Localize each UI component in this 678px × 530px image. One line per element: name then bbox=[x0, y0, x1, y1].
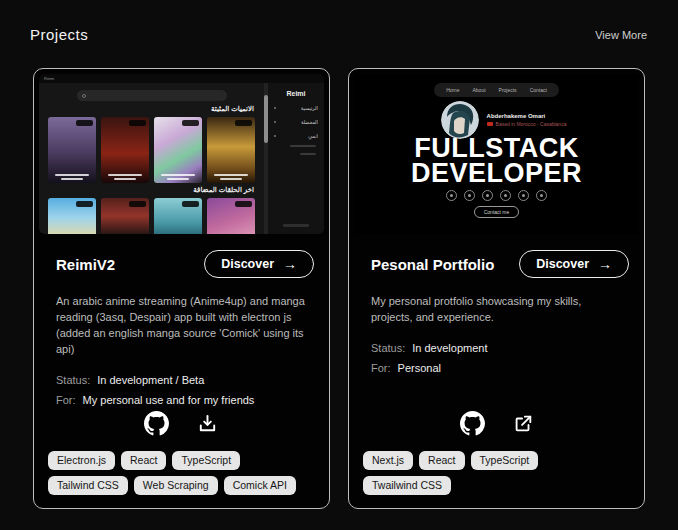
menu-icon bbox=[274, 135, 276, 137]
project-card-reimiv2: Reimi الانميات المثبتة اخر الحلقات المضا… bbox=[33, 68, 330, 509]
for-row: For: Personal bbox=[349, 362, 644, 374]
project-card-portfolio: Home About Projects Contact Abderhakeme … bbox=[348, 68, 645, 509]
app-window-title: Reimi bbox=[44, 76, 54, 81]
app-search-input[interactable] bbox=[77, 90, 227, 101]
view-more-link[interactable]: View More bbox=[595, 29, 647, 41]
nav-item[interactable]: Home bbox=[446, 87, 459, 93]
tag: Next.js bbox=[363, 451, 413, 470]
profile-name: Abderhakeme Omari bbox=[487, 113, 567, 119]
arrow-right-icon: → bbox=[283, 257, 297, 271]
portfolio-screenshot[interactable]: Home About Projects Contact Abderhakeme … bbox=[354, 74, 639, 234]
app-sidebar: Reimi الرئيسية المفضلة انمي bbox=[268, 83, 324, 234]
github-icon[interactable] bbox=[144, 411, 169, 436]
project-description: An arabic anime streaming (Anime4up) and… bbox=[34, 293, 329, 357]
social-icon[interactable] bbox=[536, 190, 547, 201]
project-title: ReimiV2 bbox=[56, 256, 115, 273]
tech-tags: Electron.js React TypeScript Tailwind CS… bbox=[34, 451, 329, 508]
portfolio-navbar: Home About Projects Contact bbox=[434, 83, 559, 97]
project-links bbox=[34, 411, 329, 436]
arrow-right-icon: → bbox=[598, 257, 612, 271]
contact-me-pill[interactable]: Contact me bbox=[474, 206, 520, 218]
tag: Twailwind CSS bbox=[363, 476, 451, 495]
nav-item[interactable]: Projects bbox=[499, 87, 517, 93]
external-link-icon[interactable] bbox=[512, 413, 534, 435]
social-icon[interactable] bbox=[446, 190, 457, 201]
social-icon[interactable] bbox=[482, 190, 493, 201]
app-titlebar: Reimi bbox=[39, 74, 324, 83]
tag: Comick API bbox=[224, 476, 296, 495]
episode-badge bbox=[129, 201, 146, 207]
poster-title bbox=[48, 172, 96, 180]
social-icons-row bbox=[446, 190, 547, 201]
app-sidebar-item[interactable]: المفضلة bbox=[268, 119, 324, 125]
tag: TypeScript bbox=[172, 451, 240, 470]
nav-item[interactable]: Contact bbox=[530, 87, 547, 93]
tag: Electron.js bbox=[48, 451, 115, 470]
app-content: الانميات المثبتة اخر الحلقات المضافة bbox=[39, 83, 264, 234]
status-row: Status: In development bbox=[349, 342, 644, 354]
tag: TypeScript bbox=[471, 451, 539, 470]
anime-poster[interactable] bbox=[154, 117, 202, 183]
nav-item[interactable]: About bbox=[472, 87, 485, 93]
tag: React bbox=[419, 451, 464, 470]
latest-episodes-row bbox=[39, 198, 264, 234]
app-sidebar-title: Reimi bbox=[268, 90, 324, 97]
social-icon[interactable] bbox=[500, 190, 511, 201]
episode-badge bbox=[129, 120, 146, 126]
reimi-app-screenshot[interactable]: Reimi الانميات المثبتة اخر الحلقات المضا… bbox=[39, 74, 324, 234]
project-links bbox=[349, 411, 644, 436]
sidebar-text-line bbox=[300, 153, 316, 155]
episode-badge bbox=[235, 120, 252, 126]
flag-icon bbox=[487, 122, 493, 126]
project-description: My personal protfolio showcasing my skil… bbox=[349, 293, 644, 325]
tech-tags: Next.js React TypeScript Twailwind CSS bbox=[349, 451, 644, 508]
menu-icon bbox=[274, 107, 276, 109]
anime-poster[interactable] bbox=[207, 117, 255, 183]
pinned-anime-heading: الانميات المثبتة bbox=[39, 105, 264, 113]
pinned-anime-row bbox=[39, 117, 264, 183]
search-icon bbox=[82, 94, 86, 98]
menu-icon bbox=[274, 121, 276, 123]
anime-poster[interactable] bbox=[101, 117, 149, 183]
episode-card[interactable] bbox=[207, 198, 255, 234]
scrollbar-thumb[interactable] bbox=[264, 95, 268, 143]
episode-card[interactable] bbox=[101, 198, 149, 234]
episode-badge bbox=[235, 201, 252, 207]
project-title: Pesonal Portfolio bbox=[371, 256, 494, 273]
profile-location: Based in Morocco - Casablanca bbox=[487, 121, 567, 127]
section-header: Projects View More bbox=[30, 26, 647, 43]
episode-card[interactable] bbox=[48, 198, 96, 234]
download-icon[interactable] bbox=[196, 412, 219, 435]
episode-badge bbox=[76, 120, 93, 126]
latest-episodes-heading: اخر الحلقات المضافة bbox=[39, 186, 264, 194]
github-icon[interactable] bbox=[460, 411, 485, 436]
episode-badge bbox=[182, 201, 199, 207]
poster-title bbox=[154, 172, 202, 180]
hero-headline: FULLSTACK DEVELOPER bbox=[411, 136, 582, 186]
status-row: Status: In development / Beta bbox=[34, 374, 329, 386]
discover-button[interactable]: Discover → bbox=[204, 250, 314, 278]
tag: React bbox=[121, 451, 166, 470]
anime-poster[interactable] bbox=[48, 117, 96, 183]
page-title: Projects bbox=[30, 26, 88, 43]
social-icon[interactable] bbox=[464, 190, 475, 201]
app-sidebar-item[interactable]: الرئيسية bbox=[268, 105, 324, 111]
tag: Web Scraping bbox=[134, 476, 218, 495]
app-scrollbar[interactable] bbox=[264, 83, 268, 234]
for-row: For: My personal use and for my friends bbox=[34, 394, 329, 406]
episode-badge bbox=[76, 201, 93, 207]
poster-title bbox=[101, 172, 149, 180]
tag: Tailwind CSS bbox=[48, 476, 128, 495]
discover-button[interactable]: Discover → bbox=[519, 250, 629, 278]
episode-badge bbox=[182, 120, 199, 126]
social-icon[interactable] bbox=[518, 190, 529, 201]
poster-title bbox=[207, 172, 255, 180]
episode-card[interactable] bbox=[154, 198, 202, 234]
sidebar-text-line bbox=[290, 145, 316, 147]
app-sidebar-item[interactable]: انمي bbox=[268, 133, 324, 139]
sidebar-footer-text bbox=[283, 224, 309, 227]
